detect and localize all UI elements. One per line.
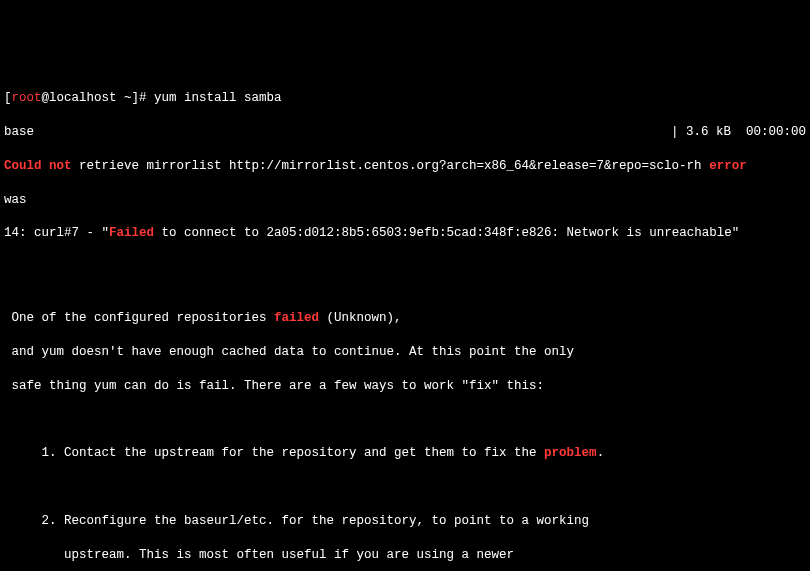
step-2-l2: upstream. This is most often useful if y… (4, 547, 806, 564)
error-line-1: Could not retrieve mirrorlist http://mir… (4, 158, 806, 175)
blank (4, 259, 806, 293)
prompt-user: root (12, 91, 42, 105)
curl-post: to connect to 2a05:d012:8b5:6503:9efb:5c… (154, 226, 739, 240)
failed-word: Failed (109, 226, 154, 240)
intro-l1: One of the configured repositories faile… (4, 310, 806, 327)
blank (4, 479, 806, 496)
prompt-at: @ (42, 91, 50, 105)
base-size: | 3.6 kB 00:00:00 (671, 124, 806, 141)
prompt-line[interactable]: [root@localhost ~]# yum install samba (4, 90, 806, 107)
failed-word-2: failed (274, 311, 319, 325)
terminal-output: [root@localhost ~]# yum install samba ba… (4, 74, 806, 572)
open-bracket: [ (4, 91, 12, 105)
was-line: was (4, 192, 806, 209)
problem-word: problem (544, 446, 597, 460)
intro-l2: and yum doesn't have enough cached data … (4, 344, 806, 361)
blank (4, 411, 806, 428)
base-line: base| 3.6 kB 00:00:00 (4, 124, 806, 141)
base-label: base (4, 124, 34, 141)
command-text: yum install samba (154, 91, 282, 105)
could-not: Could not (4, 159, 72, 173)
err1-text: retrieve mirrorlist http://mirrorlist.ce… (72, 159, 710, 173)
prompt-host: localhost (49, 91, 117, 105)
step-1: 1. Contact the upstream for the reposito… (4, 445, 806, 462)
error-word: error (709, 159, 747, 173)
prompt-sep: ]# (132, 91, 155, 105)
curl-line: 14: curl#7 - "Failed to connect to 2a05:… (4, 225, 806, 242)
prompt-path: ~ (117, 91, 132, 105)
was: was (4, 193, 27, 207)
curl-pre: 14: curl#7 - " (4, 226, 109, 240)
step-2-l1: 2. Reconfigure the baseurl/etc. for the … (4, 513, 806, 530)
intro-l3: safe thing yum can do is fail. There are… (4, 378, 806, 395)
